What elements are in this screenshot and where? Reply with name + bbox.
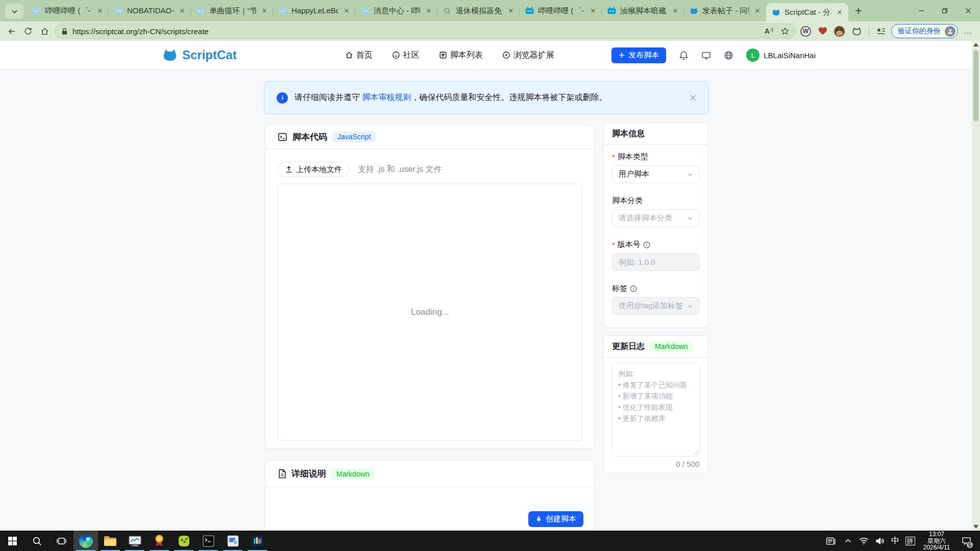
tray-chevron-icon[interactable] [840, 531, 855, 551]
user-menu[interactable]: L LBLaiSiNanHai [746, 48, 816, 62]
changelog-placeholder-line: 例如: [618, 368, 694, 379]
taskbar-remote-desktop-button[interactable] [220, 531, 245, 551]
scroll-down-icon[interactable] [973, 525, 978, 529]
taskbar-edge-button[interactable] [74, 531, 98, 551]
notification-badge: 5 [966, 541, 973, 548]
page-scrollbar[interactable] [972, 41, 980, 531]
info-icon [277, 92, 288, 104]
char-counter: 0 / 500 [611, 460, 700, 468]
task-view-button[interactable] [49, 531, 74, 551]
tab-close-icon[interactable] [424, 6, 433, 15]
tag-select[interactable]: 使用@tag添加标签 [612, 297, 700, 315]
close-window-button[interactable] [957, 0, 980, 21]
version-input[interactable] [612, 253, 700, 271]
ime-pinyin-indicator[interactable]: 拼 [902, 531, 918, 551]
create-script-button[interactable]: 创建脚本 [528, 511, 583, 527]
bilibili-icon [196, 7, 206, 15]
start-button[interactable] [0, 531, 24, 551]
script-category-select[interactable]: 请选择脚本分类 [612, 209, 700, 227]
taskbar-system-monitor-button[interactable] [122, 531, 147, 551]
publish-script-button[interactable]: 发布脚本 [611, 47, 666, 63]
browser-tab[interactable]: NOBATIDAO-哔哩哔哩 [109, 0, 191, 21]
browser-tab[interactable]: HappyLeLeBoss粉丝 [273, 0, 355, 21]
minimize-button[interactable] [910, 0, 933, 21]
browser-menu-icon[interactable]: … [961, 23, 975, 39]
address-bar[interactable]: https://scriptcat.org/zh-CN/scripts/crea… [55, 23, 796, 39]
tab-close-icon[interactable] [178, 6, 187, 15]
taskbar-clock[interactable]: 13:07 星期六 2026/4/11 [918, 531, 955, 551]
wifi-icon[interactable] [855, 531, 872, 551]
brand-name: ScriptCat [182, 48, 237, 62]
news-widget-icon[interactable] [821, 531, 840, 551]
plus-icon [619, 52, 625, 58]
resize-handle[interactable] [693, 449, 698, 455]
tab-close-icon[interactable] [671, 6, 680, 15]
nav-item-script-list[interactable]: 脚本列表 [439, 50, 483, 61]
ime-language-indicator[interactable]: 中 [888, 531, 902, 551]
wallpaper-engine-icon [252, 535, 263, 547]
taskbar-wallpaper-engine-button[interactable] [245, 531, 270, 551]
heart-extension-icon[interactable] [816, 23, 829, 39]
nav-item-browser-extension[interactable]: 浏览器扩展 [502, 50, 554, 61]
browser-tab[interactable]: 退休模拟器免费下载 [437, 0, 520, 21]
chevron-down-icon [11, 8, 18, 15]
scrollbar-thumb[interactable] [973, 50, 978, 121]
scriptcat-page: ScriptCat 首页 社区 脚本列表 浏览器扩展 发布脚本 [0, 41, 980, 531]
chevron-down-icon [687, 215, 693, 221]
nav-item-community[interactable]: 社区 [392, 50, 420, 61]
verify-identity-label: 验证你的身份 [898, 27, 941, 36]
browser-tab[interactable]: 发表帖子 - 问答互助 [684, 0, 766, 21]
browser-tab[interactable]: 单曲循环｜“节奏感” [191, 0, 273, 21]
tab-close-icon[interactable] [835, 8, 844, 17]
taskbar-file-explorer-button[interactable] [98, 531, 122, 551]
favorite-star-icon[interactable] [781, 27, 789, 35]
language-globe-icon[interactable] [724, 51, 733, 60]
script-type-select[interactable]: 用户脚本 [612, 165, 700, 183]
notification-center-icon[interactable]: 5 [955, 531, 977, 551]
profile-icon [945, 26, 955, 37]
verify-identity-button[interactable]: 验证你的身份 [891, 24, 958, 38]
site-logo[interactable]: ScriptCat [162, 48, 237, 62]
tab-close-icon[interactable] [342, 6, 351, 15]
award-app-icon [154, 535, 165, 547]
w-extension-icon[interactable]: W [799, 23, 813, 39]
browser-tab[interactable]: 哔哩哔哩 (゜-゜)つロ [27, 0, 109, 21]
bell-icon[interactable] [679, 51, 689, 60]
taskbar-command-prompt-button[interactable] [196, 531, 220, 551]
read-aloud-icon[interactable]: A [765, 27, 774, 35]
taskbar-award-app-button[interactable] [147, 531, 172, 551]
home-button[interactable] [38, 24, 52, 39]
volume-icon[interactable] [872, 531, 888, 551]
nav-item-home[interactable]: 首页 [345, 50, 373, 61]
changelog-textarea[interactable]: 例如: • 修复了某个已知问题 • 新增了某项功能 • 优化了性能表现 • 更新… [611, 363, 700, 457]
refresh-button[interactable] [21, 24, 35, 39]
new-tab-button[interactable] [848, 0, 869, 21]
alert-close-icon[interactable] [690, 94, 696, 101]
browser-tab[interactable]: 油猴脚本暗藏后门？ [602, 0, 684, 21]
back-button[interactable] [5, 24, 18, 39]
code-editor[interactable]: Loading... [278, 184, 582, 441]
browser-tab-active[interactable]: ScriptCat - 分享你的 [766, 3, 848, 21]
tab-search-button[interactable] [5, 4, 23, 19]
tab-close-icon[interactable] [753, 6, 762, 15]
clock-date: 2026/4/11 [923, 544, 950, 551]
tab-close-icon[interactable] [95, 6, 105, 15]
scroll-up-icon[interactable] [973, 43, 978, 46]
javascript-badge: JavaScript [332, 131, 376, 142]
restore-button[interactable] [933, 0, 957, 21]
tab-title: HappyLeLeBoss粉丝 [291, 6, 338, 16]
tab-close-icon[interactable] [589, 6, 598, 15]
upload-local-file-button[interactable]: 上传本地文件 [278, 162, 350, 177]
favorites-bar-icon[interactable] [874, 23, 888, 39]
scriptcat-extension-icon[interactable] [850, 23, 864, 39]
tab-close-icon[interactable] [260, 6, 269, 15]
tab-title: 单曲循环｜“节奏感” [209, 6, 256, 16]
tab-close-icon[interactable] [506, 6, 516, 15]
display-mode-icon[interactable] [701, 51, 711, 60]
review-rules-link[interactable]: 脚本审核规则 [362, 93, 411, 102]
browser-tab[interactable]: 消息中心 - 哔哩哔哩 [355, 0, 437, 21]
taskbar-peazip-button[interactable] [172, 531, 196, 551]
taskbar-search-button[interactable] [24, 531, 49, 551]
browser-tab[interactable]: 哔哩哔哩 (゜-゜)つロ [520, 0, 602, 21]
tampermonkey-icon[interactable] [832, 23, 846, 39]
